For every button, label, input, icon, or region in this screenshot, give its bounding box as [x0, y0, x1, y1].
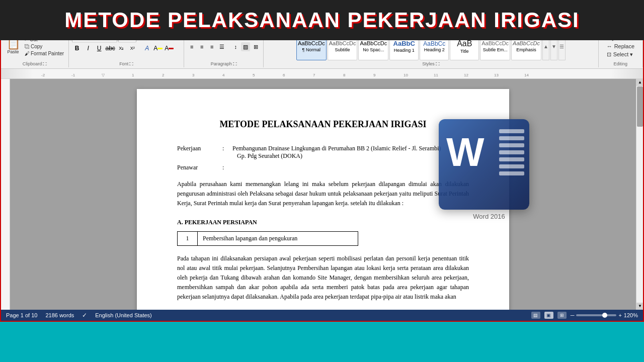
word-logo-bg: W [439, 119, 529, 210]
style-normal-preview: AaBbCcDc [298, 40, 325, 47]
style-emphasis-label: Emphasis [516, 47, 536, 52]
style-subtle-em-label: Subtle Em... [483, 47, 508, 52]
document-page: W Word 2016 METODE PELAKSANAAN [137, 89, 509, 310]
copy-button[interactable]: ⿻ Copy [23, 43, 65, 50]
style-no-spacing-preview: AaBbCcDc [360, 40, 387, 47]
style-heading2-preview: AaBbCc [423, 40, 445, 47]
penawar-row: Penawar : [177, 164, 469, 171]
status-bar-right: ▤ ▣ ⊞ ─ + 120% [531, 312, 638, 319]
align-center-button[interactable]: ≡ [197, 42, 206, 51]
style-emphasis-preview: AaBbCcDc [513, 40, 540, 47]
style-subtle-em-preview: AaBbCcDc [481, 40, 509, 47]
bottom-banner-title: METODE PELAKSANAAN PEKERJAAN IRIGASI [64, 8, 579, 32]
section-a-table: 1 Pembersihan lapangan dan pengukuran [177, 231, 358, 246]
clipboard-expand[interactable]: ⛶ [43, 62, 47, 66]
word-version-label: Word 2016 [439, 213, 539, 220]
ruler-bar: -2 -1 ▽ 1 2 3 4 5 6 7 8 9 10 11 12 13 14 [1, 69, 643, 78]
scroll-up-button[interactable]: ▲ [636, 79, 643, 86]
bold-button[interactable]: B [72, 43, 82, 53]
replace-button[interactable]: ↔ Replace [605, 43, 636, 50]
format-painter-icon: 🖌 [25, 51, 30, 56]
penawar-colon: : [222, 164, 232, 171]
replace-icon: ↔ [607, 43, 612, 49]
pekerjaan-value: Pembangunan Drainase Lingkungan di Perum… [232, 145, 469, 160]
word-count: 2186 words [45, 312, 74, 318]
scroll-down-button[interactable]: ▼ [636, 303, 643, 310]
copy-icon: ⿻ [25, 44, 30, 49]
font-color-button[interactable]: A [164, 43, 174, 53]
align-right-button[interactable]: ≡ [207, 42, 216, 51]
style-title-label: Title [460, 49, 469, 54]
line-spacing-button[interactable]: ↕ [231, 42, 240, 51]
strikethrough-button[interactable]: abc [105, 43, 115, 53]
language: English (United States) [95, 312, 152, 318]
style-heading2-label: Heading 2 [424, 47, 445, 52]
word-window: W 💾 ↩ ↪ ▾ Metode Pelaksanaan Lhueng [Com… [0, 0, 644, 322]
style-heading1-preview: AaBbC [393, 40, 415, 48]
penawar-label: Penawar [177, 164, 222, 171]
pekerjaan-row: Pekerjaan : Pembangunan Drainase Lingkun… [177, 145, 469, 160]
style-no-spacing-label: No Spac... [363, 47, 384, 52]
table-row-1: 1 Pembersihan lapangan dan pengukuran [178, 231, 358, 245]
align-left-button[interactable]: ≡ [187, 42, 196, 51]
style-title-preview: AaB [457, 39, 472, 48]
web-layout-button[interactable]: ⊞ [557, 312, 567, 319]
styles-expand-btn[interactable]: ⛶ [436, 62, 440, 66]
color-indicator [169, 48, 174, 49]
pekerjaan-colon: : [222, 145, 232, 160]
print-layout-button[interactable]: ▤ [531, 312, 540, 319]
border-button[interactable]: ⊞ [251, 42, 260, 51]
highlight-indicator [157, 48, 163, 49]
style-subtitle-label: Subtitle [335, 47, 350, 52]
table-cell-num: 1 [178, 231, 198, 245]
justify-button[interactable]: ☰ [217, 42, 226, 51]
highlight-color-button[interactable]: A [153, 43, 163, 53]
read-mode-button[interactable]: ▣ [544, 312, 553, 319]
scroll-thumb[interactable] [637, 86, 643, 127]
left-ruler [1, 79, 10, 310]
font-expand[interactable]: ⛶ [129, 62, 133, 66]
font-format-row: B I U abc X₂ X² A A A [72, 43, 181, 53]
page-info: Page 1 of 10 [6, 312, 37, 318]
format-painter-button[interactable]: 🖌 Format Painter [23, 50, 65, 57]
zoom-slider[interactable] [576, 314, 616, 316]
para-row-2: ≡ ≡ ≡ ☰ ↕ ▨ ⊞ [187, 42, 260, 51]
color-icon: A [165, 45, 169, 52]
zoom-level: 120% [624, 312, 638, 318]
zoom-control: ─ + 120% [571, 312, 638, 318]
superscript-button[interactable]: X² [127, 43, 137, 53]
ruler: -2 -1 ▽ 1 2 3 4 5 6 7 8 9 10 11 12 13 14 [1, 69, 643, 79]
select-button[interactable]: ⊡ Select ▾ [605, 51, 636, 58]
intro-paragraph: Apabila perusahaan kami memenangkan lela… [177, 179, 469, 209]
word-document-lines [499, 129, 524, 175]
body-paragraph: Pada tahapan ini dilaksanakan persiapan … [177, 254, 469, 302]
scroll-track[interactable] [636, 86, 643, 303]
word-logo-overlay: W Word 2016 [439, 119, 539, 220]
highlight-icon: A [153, 45, 157, 52]
underline-button[interactable]: U [94, 43, 104, 53]
table-cell-text: Pembersihan lapangan dan pengukuran [198, 231, 358, 245]
pekerjaan-label: Pekerjaan [177, 145, 222, 160]
bottom-banner: METODE PELAKSANAAN PEKERJAAN IRIGASI [0, 0, 644, 40]
style-heading1-label: Heading 1 [394, 48, 415, 53]
section-a-heading: A. PEKERJAAN PERSIAPAN [177, 219, 469, 226]
select-icon: ⊡ [607, 51, 611, 58]
subscript-button[interactable]: X₂ [116, 43, 126, 53]
document-title: METODE PELAKSANAAN PEKERJAAN IRIGASI [177, 119, 469, 130]
zoom-in-button[interactable]: + [618, 312, 621, 318]
style-subtitle-preview: AaBbCcDc [329, 40, 356, 47]
document-container[interactable]: W Word 2016 METODE PELAKSANAAN [10, 79, 636, 310]
status-bar: Page 1 of 10 2186 words ✓ English (Unite… [1, 310, 643, 321]
word-w-letter: W [446, 129, 482, 175]
italic-button[interactable]: I [83, 43, 93, 53]
style-normal-label: ¶ Normal [302, 47, 320, 52]
text-effects-button[interactable]: A [142, 43, 152, 53]
zoom-thumb[interactable] [602, 313, 607, 318]
ruler-center-marker: ▽ [102, 73, 105, 77]
spelling-icon: ✓ [82, 312, 87, 319]
zoom-out-button[interactable]: ─ [571, 312, 575, 318]
paragraph-expand[interactable]: ⛶ [233, 62, 237, 66]
vertical-scrollbar: ▲ ▼ [636, 79, 643, 310]
shading-button[interactable]: ▨ [241, 42, 250, 51]
penawar-value [232, 164, 469, 171]
